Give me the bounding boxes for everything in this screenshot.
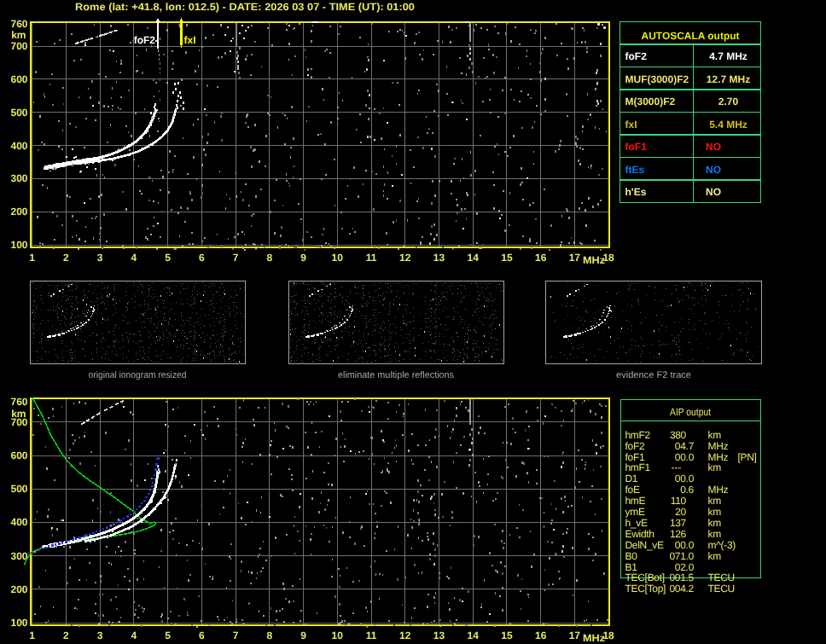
svg-text:km: km	[708, 495, 722, 507]
svg-text:400: 400	[10, 140, 27, 152]
svg-text:km: km	[708, 517, 722, 529]
svg-text:hmE: hmE	[625, 495, 646, 507]
svg-text:NO: NO	[706, 164, 721, 176]
svg-text:h_vE: h_vE	[625, 517, 648, 529]
svg-text:MHz: MHz	[708, 440, 729, 452]
svg-text:B0: B0	[625, 550, 638, 562]
svg-text:400: 400	[10, 516, 27, 528]
svg-text:fxI: fxI	[625, 119, 637, 131]
svg-text:126: 126	[670, 528, 687, 540]
svg-text:15: 15	[501, 629, 513, 641]
svg-text:MUF(3000)F2: MUF(3000)F2	[625, 73, 689, 85]
svg-text:TECU: TECU	[708, 571, 735, 583]
svg-text:10: 10	[332, 629, 344, 641]
svg-text:110: 110	[671, 495, 687, 507]
svg-text:B1: B1	[625, 561, 638, 573]
svg-text:600: 600	[10, 73, 27, 85]
svg-text:200: 200	[10, 206, 27, 218]
svg-text:10: 10	[332, 252, 344, 264]
svg-text:6: 6	[199, 252, 205, 264]
svg-text:D1: D1	[625, 473, 638, 484]
svg-text:eliminate multiple reflections: eliminate multiple reflections	[338, 370, 454, 380]
svg-text:02.0: 02.0	[675, 561, 695, 573]
svg-text:700: 700	[10, 40, 27, 52]
svg-text:5.4 MHz: 5.4 MHz	[709, 119, 747, 131]
svg-text:0.6: 0.6	[680, 484, 694, 496]
svg-text:13: 13	[433, 252, 445, 264]
svg-text:100: 100	[10, 239, 27, 251]
svg-text:16: 16	[535, 629, 547, 641]
svg-text:ftEs: ftEs	[625, 164, 645, 176]
svg-text:km: km	[708, 528, 722, 540]
svg-text:9: 9	[300, 629, 306, 641]
svg-text:700: 700	[10, 416, 27, 428]
svg-text:15: 15	[501, 252, 513, 264]
svg-text:km: km	[11, 29, 26, 41]
svg-text:7: 7	[233, 252, 239, 264]
svg-text:NO: NO	[706, 186, 721, 198]
svg-text:h'Es: h'Es	[625, 186, 647, 198]
svg-text:12: 12	[399, 252, 411, 264]
svg-text:500: 500	[10, 107, 27, 119]
svg-text:M(3000)F2: M(3000)F2	[625, 96, 676, 107]
svg-text:11: 11	[366, 629, 377, 641]
svg-text:km: km	[708, 461, 722, 473]
svg-text:Rome (lat: +41.8, lon: 012.5): Rome (lat: +41.8, lon: 012.5) - DATE: 20…	[75, 1, 415, 13]
svg-text:Ewidth: Ewidth	[625, 528, 654, 540]
svg-text:00.0: 00.0	[675, 473, 695, 484]
svg-text:11: 11	[366, 252, 377, 264]
svg-text:4: 4	[131, 252, 137, 264]
svg-text:5: 5	[165, 252, 171, 264]
svg-text:760: 760	[10, 18, 27, 30]
svg-text:original ionogram resized: original ionogram resized	[89, 370, 187, 380]
svg-text:TEC[Top]: TEC[Top]	[625, 583, 666, 595]
svg-text:8: 8	[266, 252, 272, 264]
svg-text:6: 6	[199, 629, 205, 641]
svg-text:1: 1	[29, 252, 35, 264]
svg-text:12: 12	[399, 629, 411, 641]
svg-text:300: 300	[10, 172, 27, 184]
svg-text:fxI: fxI	[184, 34, 196, 46]
svg-text:[PN]: [PN]	[738, 451, 757, 463]
svg-text:7: 7	[233, 629, 239, 641]
svg-text:AIP output: AIP output	[670, 406, 712, 418]
svg-text:MHz: MHz	[583, 254, 605, 266]
svg-text:760: 760	[10, 396, 27, 408]
svg-text:500: 500	[10, 483, 27, 495]
svg-text:foF1: foF1	[625, 141, 648, 153]
svg-text:foF2: foF2	[625, 440, 645, 452]
svg-text:MHz: MHz	[583, 632, 605, 644]
svg-text:300: 300	[10, 550, 27, 562]
svg-text:13: 13	[433, 629, 445, 641]
svg-text:137: 137	[670, 517, 687, 529]
svg-text:14: 14	[468, 252, 480, 264]
svg-text:MHz: MHz	[708, 451, 729, 463]
svg-text:200: 200	[10, 583, 27, 595]
svg-text:17: 17	[569, 252, 581, 264]
svg-text:00.0: 00.0	[675, 539, 695, 551]
svg-text:km: km	[708, 506, 722, 518]
svg-text:3: 3	[97, 629, 103, 641]
svg-text:DelN_vE: DelN_vE	[625, 539, 665, 551]
svg-text:4: 4	[131, 629, 137, 641]
svg-text:14: 14	[468, 629, 480, 641]
svg-text:m^(-3): m^(-3)	[708, 539, 736, 551]
svg-text:00.0: 00.0	[675, 451, 695, 463]
svg-text:1: 1	[29, 629, 35, 641]
svg-text:20: 20	[675, 506, 686, 518]
svg-text:004.2: 004.2	[669, 583, 694, 595]
svg-text:5: 5	[165, 629, 171, 641]
svg-text:foF1: foF1	[625, 451, 645, 463]
svg-text:foE: foE	[625, 484, 640, 496]
svg-text:17: 17	[569, 629, 581, 641]
svg-text:MHz: MHz	[708, 484, 729, 496]
svg-text:16: 16	[535, 252, 547, 264]
svg-text:3: 3	[97, 252, 103, 264]
svg-text:foF2: foF2	[625, 50, 648, 62]
svg-text:hmF2: hmF2	[625, 429, 651, 441]
svg-text:071.0: 071.0	[669, 550, 694, 562]
svg-text:8: 8	[266, 629, 272, 641]
svg-text:TECU: TECU	[708, 583, 735, 595]
svg-text:NO: NO	[706, 141, 721, 153]
svg-text:600: 600	[10, 450, 27, 461]
